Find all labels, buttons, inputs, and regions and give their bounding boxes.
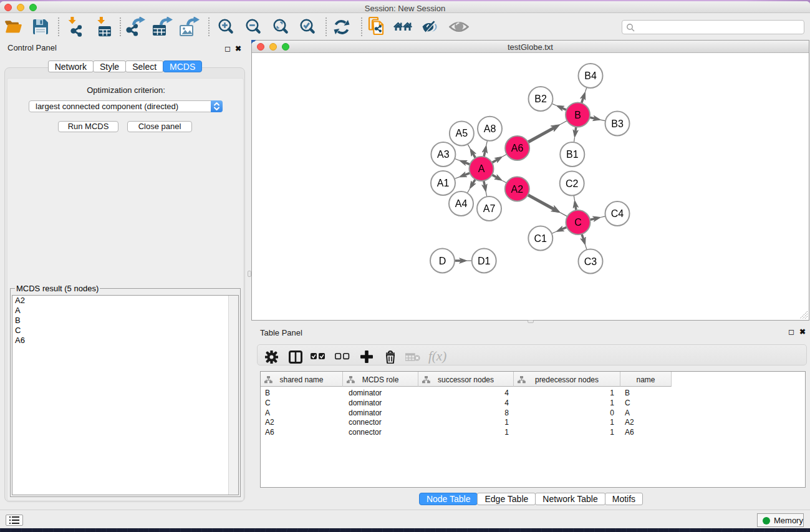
svg-text:B4: B4 <box>584 70 597 81</box>
svg-text:A2: A2 <box>511 184 524 195</box>
svg-text:C: C <box>574 217 582 228</box>
svg-text:A7: A7 <box>483 203 496 214</box>
svg-text:C3: C3 <box>584 256 597 267</box>
svg-text:B3: B3 <box>611 118 624 129</box>
svg-text:B: B <box>574 110 581 120</box>
svg-text:A5: A5 <box>456 128 468 138</box>
svg-text:A8: A8 <box>484 123 496 134</box>
svg-text:C1: C1 <box>534 233 547 244</box>
svg-text:A1: A1 <box>437 178 450 188</box>
svg-text:B2: B2 <box>534 94 547 104</box>
svg-text:A3: A3 <box>437 149 450 160</box>
svg-text:C2: C2 <box>566 178 579 189</box>
svg-text:A4: A4 <box>455 198 468 209</box>
svg-text:D1: D1 <box>478 256 491 266</box>
svg-text:C4: C4 <box>611 208 624 219</box>
svg-text:A6: A6 <box>511 143 524 153</box>
svg-text:B1: B1 <box>566 149 579 160</box>
svg-text:D: D <box>439 256 446 266</box>
svg-text:A: A <box>478 163 485 174</box>
